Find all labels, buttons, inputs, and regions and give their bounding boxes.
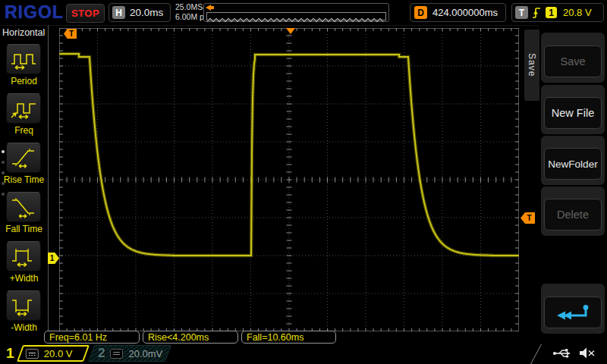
channel2-number: 2 bbox=[98, 346, 105, 361]
channel1-number: 1 bbox=[6, 345, 14, 362]
measure-period-button[interactable] bbox=[6, 44, 41, 74]
channel2-scale: 20.0mV bbox=[128, 348, 162, 359]
delay-readout-box: D 424.000000ms bbox=[410, 3, 506, 22]
return-arrow-icon bbox=[553, 303, 593, 322]
trigger-badge: T bbox=[515, 6, 528, 19]
delay-badge: D bbox=[414, 6, 427, 19]
measure-rise-time-button[interactable] bbox=[6, 143, 41, 173]
preview-waveform bbox=[207, 17, 384, 24]
trigger-level-value: 20.8 V bbox=[563, 7, 592, 18]
waveform-memory-preview[interactable] bbox=[203, 3, 389, 22]
channel2-status[interactable]: 2 20.0mV bbox=[88, 345, 171, 362]
run-state-indicator: STOP bbox=[66, 4, 105, 23]
horizontal-scale-value: 20.0ms bbox=[130, 7, 163, 18]
delay-value: 424.000000ms bbox=[432, 7, 498, 18]
new-folder-button[interactable]: NewFolder bbox=[544, 148, 602, 180]
plus-width-icon bbox=[10, 245, 37, 268]
channel1-offset-marker[interactable]: 1 bbox=[48, 253, 59, 264]
brand-logo: RIGOL bbox=[5, 2, 64, 23]
dc-coupling-icon bbox=[26, 349, 39, 359]
measure-freq-label: Freq bbox=[0, 125, 48, 136]
footer-divider bbox=[530, 344, 542, 364]
measure-fall-time-button[interactable] bbox=[6, 192, 41, 222]
status-icons bbox=[552, 347, 596, 359]
measurement-freq: Freq=6.01 Hz bbox=[44, 331, 140, 344]
measurement-rise: Rise<4.200ms bbox=[143, 331, 238, 344]
measure-freq-button[interactable] bbox=[6, 93, 41, 124]
trigger-info-box[interactable]: T 1 20.8 V bbox=[511, 3, 604, 22]
waveform-display bbox=[59, 28, 519, 331]
oscilloscope-screen: { "header": { "brand": "RIGOL", "run_sta… bbox=[0, 0, 607, 364]
measure-minus-width-label: -Width bbox=[0, 322, 48, 333]
trigger-source-badge: 1 bbox=[546, 7, 557, 18]
trigger-level-marker[interactable]: T bbox=[521, 212, 535, 224]
horizontal-scale-box[interactable]: H 20.0ms bbox=[109, 3, 171, 22]
left-menu-separator bbox=[48, 25, 49, 339]
preview-arrow-icon bbox=[211, 6, 214, 9]
back-button[interactable] bbox=[544, 297, 602, 328]
preview-arrow-icon bbox=[206, 5, 211, 11]
period-icon bbox=[10, 48, 37, 71]
measurement-fall: Fall=10.60ms bbox=[241, 331, 336, 344]
horizontal-badge: H bbox=[112, 6, 125, 19]
menu-page-dots bbox=[2, 150, 5, 196]
measure-minus-width-button[interactable] bbox=[6, 290, 41, 321]
channel1-status[interactable]: 20.0 V bbox=[17, 345, 90, 362]
rise-time-icon bbox=[10, 146, 37, 169]
measure-plus-width-button[interactable] bbox=[6, 241, 41, 271]
save-menu-tab[interactable]: Save bbox=[524, 30, 539, 101]
measure-period-label: Period bbox=[0, 76, 48, 86]
delete-button[interactable]: Delete bbox=[544, 199, 602, 231]
speaker-muted-icon bbox=[578, 347, 596, 359]
measure-rise-time-label: Rise Time bbox=[0, 174, 48, 185]
edge-trigger-icon bbox=[532, 6, 542, 20]
save-button[interactable]: Save bbox=[544, 46, 602, 77]
preview-window bbox=[206, 12, 386, 20]
measure-plus-width-label: +Width bbox=[0, 273, 48, 284]
channel1-scale: 20.0 V bbox=[44, 348, 73, 359]
minus-width-icon bbox=[10, 294, 37, 317]
trigger-position-marker[interactable] bbox=[286, 28, 295, 34]
fall-time-icon bbox=[10, 196, 37, 218]
dc-coupling-icon bbox=[110, 349, 123, 359]
left-menu-title: Horizontal bbox=[2, 27, 45, 38]
usb-icon bbox=[552, 347, 574, 359]
new-file-button[interactable]: New File bbox=[544, 97, 602, 129]
measure-fall-time-label: Fall Time bbox=[0, 224, 48, 234]
frequency-icon bbox=[10, 97, 37, 120]
